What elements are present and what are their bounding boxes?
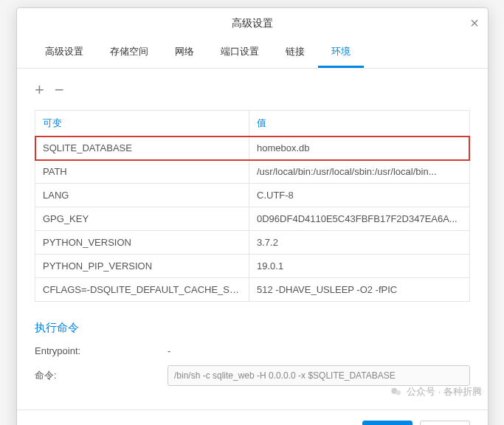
env-value: 0D96DF4D4110E5C43FBFB17F2D347EA6A... (249, 207, 469, 230)
table-row[interactable]: CFLAGS=-DSQLITE_DEFAULT_CACHE_SIZE...512… (35, 278, 469, 302)
command-label: 命令: (35, 369, 168, 382)
env-value: 19.0.1 (249, 255, 469, 277)
table-row[interactable]: PATH/usr/local/bin:/usr/local/sbin:/usr/… (35, 160, 469, 184)
table-row[interactable]: LANGC.UTF-8 (35, 184, 469, 207)
command-input[interactable] (168, 365, 470, 386)
env-key: PYTHON_PIP_VERSION (35, 255, 249, 277)
tab-1[interactable]: 存储空间 (97, 38, 162, 68)
env-value: C.UTF-8 (249, 184, 469, 207)
watermark: 公众号 · 各种折腾 (390, 385, 482, 398)
dialog-title: 高级设置 (232, 17, 273, 29)
tab-5[interactable]: 环境 (318, 38, 364, 68)
tab-4[interactable]: 链接 (272, 38, 318, 68)
env-value: homebox.db (249, 137, 469, 159)
env-value: 512 -DHAVE_USLEEP -O2 -fPIC (249, 278, 469, 301)
env-key: PATH (35, 160, 249, 183)
tab-bar: 高级设置存储空间网络端口设置链接环境 (17, 38, 488, 69)
apply-button[interactable]: 应用 (362, 421, 412, 425)
tab-0[interactable]: 高级设置 (32, 38, 97, 68)
env-value: /usr/local/bin:/usr/local/sbin:/usr/loca… (249, 160, 469, 183)
remove-icon[interactable]: − (55, 80, 64, 100)
table-row[interactable]: PYTHON_VERSION3.7.2 (35, 231, 469, 255)
wechat-icon (390, 386, 402, 398)
env-toolbar: + − (35, 80, 470, 110)
col-value[interactable]: 值 (249, 111, 469, 136)
dialog-body: + − 可变 值 SQLITE_DATABASEhomebox.dbPATH/u… (17, 69, 488, 410)
table-header-row: 可变 值 (35, 111, 469, 137)
table-row[interactable]: GPG_KEY0D96DF4D4110E5C43FBFB17F2D347EA6A… (35, 207, 469, 231)
entrypoint-row: Entrypoint: - (35, 345, 470, 356)
command-row: 命令: (35, 365, 470, 386)
env-key: CFLAGS=-DSQLITE_DEFAULT_CACHE_SIZE... (35, 278, 249, 301)
add-icon[interactable]: + (35, 80, 44, 100)
tab-3[interactable]: 端口设置 (207, 38, 272, 68)
env-key: PYTHON_VERSION (35, 231, 249, 254)
env-table: 可变 值 SQLITE_DATABASEhomebox.dbPATH/usr/l… (35, 110, 470, 302)
env-key: GPG_KEY (35, 207, 249, 230)
dialog-footer: 应用 取消 (17, 410, 488, 425)
env-key: SQLITE_DATABASE (35, 137, 249, 159)
env-value: 3.7.2 (249, 231, 469, 254)
tab-2[interactable]: 网络 (162, 38, 207, 68)
dialog-header: 高级设置 × (17, 8, 488, 38)
svg-point-1 (396, 390, 401, 395)
settings-dialog: 高级设置 × 高级设置存储空间网络端口设置链接环境 + − 可变 值 SQLIT… (16, 7, 489, 425)
env-key: LANG (35, 184, 249, 207)
table-row[interactable]: PYTHON_PIP_VERSION19.0.1 (35, 255, 469, 278)
entrypoint-value: - (168, 345, 470, 356)
watermark-text: 公众号 · 各种折腾 (407, 385, 482, 398)
entrypoint-label: Entrypoint: (35, 345, 168, 356)
cancel-button[interactable]: 取消 (420, 421, 470, 425)
exec-section-title: 执行命令 (35, 321, 470, 335)
close-icon[interactable]: × (470, 8, 479, 38)
col-key[interactable]: 可变 (35, 111, 249, 136)
table-row[interactable]: SQLITE_DATABASEhomebox.db (35, 137, 469, 160)
